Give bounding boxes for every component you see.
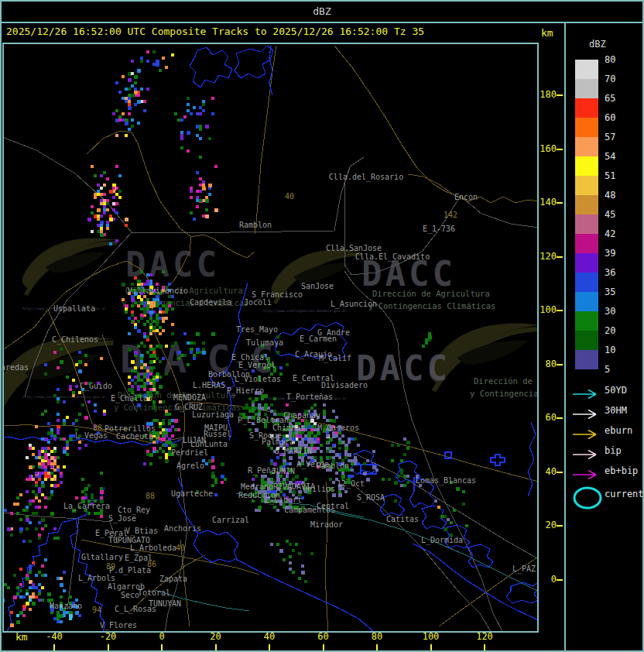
map-place-label: Uspallata [53, 304, 95, 313]
colorbar-value: 51 [605, 170, 615, 181]
x-axis-tick-label: -20 [100, 631, 117, 642]
map-place-label: V_Btias [125, 527, 158, 535]
map-place-label: aredas [2, 363, 29, 372]
map-place-label: Gltallary [81, 553, 123, 561]
legend-item-current [570, 485, 605, 514]
y-axis-tick [557, 94, 563, 96]
map-place-label: S_ROSA [357, 493, 385, 502]
y-axis-tick-label: 140 [536, 197, 557, 208]
map-place-label: Encon [454, 193, 478, 201]
y-axis-tick [557, 417, 563, 419]
x-axis-tick [376, 644, 378, 651]
map-place-label: C_L_Rosas [115, 605, 156, 613]
map-place-label: L_Violetas [235, 375, 281, 383]
map-place-label: Medrano [241, 482, 273, 491]
timestamp-status-line: 2025/12/26 16:52:00 UTC Composite Tracks… [6, 26, 424, 37]
map-place-label: Manzano [50, 602, 82, 610]
map-place-label: L.HERAS [193, 381, 225, 389]
map-place-label: Anchoris [164, 524, 201, 533]
colorbar-value: 70 [605, 74, 615, 84]
map-place-label: Villavicencio [128, 287, 188, 295]
track-arrow-icon [570, 465, 605, 484]
y-axis-tick-label: 0 [536, 574, 557, 585]
legend-item-ebbip [570, 462, 605, 487]
map-place-label: S_MARTIN [275, 447, 312, 455]
x-axis-tick [323, 644, 324, 651]
colorbar-value: 57 [605, 132, 615, 142]
map-place-label: C_Chilenos [52, 335, 98, 344]
map-place-label: Divisadero [321, 381, 368, 389]
colorbar-block [575, 79, 598, 98]
colorbar-value: 42 [605, 228, 615, 239]
colorbar-block [575, 311, 598, 331]
map-place-label: Catitas [386, 515, 419, 523]
map-place-label: M_Caseros [317, 424, 359, 432]
map-place-label: Tulumaya [246, 338, 283, 347]
map-place-label: Luzuriaga [192, 410, 234, 419]
map-place-label: L_Arboleda [130, 544, 176, 552]
colorbar-block [575, 234, 598, 253]
y-axis-tick [557, 149, 563, 150]
radar-map-canvas[interactable]: DACC DACC DACC DACC Dirección de Agricul… [2, 43, 539, 633]
colorbar-value: 10 [605, 345, 615, 355]
x-axis-tick-label: 0 [159, 631, 164, 642]
map-place-label: Palmira [262, 438, 294, 446]
map-place-label: 89 [106, 562, 115, 571]
colorbar-block [575, 273, 598, 292]
y-axis-tick-label: 80 [536, 359, 557, 369]
x-axis-tick [430, 644, 432, 651]
map-place-label: Seco [121, 591, 139, 599]
x-axis-tick-label: 40 [264, 631, 275, 642]
colorbar-value: 54 [605, 151, 615, 162]
map-place-label: Zapata [159, 575, 187, 583]
map-place-label: C_Guido [80, 382, 112, 390]
y-axis-tick-label: 20 [536, 520, 557, 530]
colorbar-value: 60 [605, 112, 615, 123]
map-place-label: L_Dormida [421, 536, 463, 544]
y-axis-tick [557, 364, 563, 365]
colorbar-value: 48 [605, 190, 615, 201]
colorbar-block [575, 137, 598, 156]
y-axis-tick-label: 100 [536, 304, 557, 315]
colorbar-block [575, 253, 598, 273]
map-place-label: Chapanay [283, 411, 320, 420]
y-axis-tick [557, 310, 563, 311]
y-axis-tick-label: 60 [536, 412, 557, 423]
map-place-label: Mirador [310, 520, 343, 529]
map-place-label: L_Vegas [75, 431, 108, 440]
x-axis-tick-label: 20 [210, 631, 221, 642]
colorbar-value: 30 [605, 306, 615, 317]
y-axis-tick-label: 180 [536, 89, 557, 100]
y-axis-tick [557, 525, 563, 527]
y-axis-tick [557, 256, 563, 258]
place-labels-layer: Clla.del_RosarioEncon142E_1-736Ramblon40… [4, 44, 539, 633]
colorbar-block [575, 350, 598, 369]
map-place-label: Clla.SanJose [326, 244, 382, 252]
map-place-label: Cto_Rey [118, 506, 150, 514]
current-cell-icon [570, 485, 605, 511]
map-place-label: S_Jose [108, 514, 136, 523]
colorbar-block [575, 118, 598, 137]
y-axis-tick [557, 472, 563, 473]
map-place-label: SanJose [301, 282, 334, 290]
colorbar-block [575, 156, 598, 176]
map-place-label: 88 [146, 492, 155, 500]
map-place-label: JUNIN [272, 467, 295, 475]
y-axis-tick-label: 120 [536, 251, 557, 262]
colorbar-block [575, 292, 598, 311]
legend-item-label: eb+bip [605, 465, 638, 476]
map-place-label: 12_Oct [337, 479, 365, 488]
colorbar-value: 20 [605, 325, 615, 336]
map-place-label: Ramblon [317, 462, 349, 470]
y-axis-tick-label: 160 [536, 143, 557, 154]
x-axis-tick [484, 644, 485, 651]
map-place-label: E_1-736 [423, 225, 455, 233]
map-place-label: MENDOZA [173, 393, 206, 402]
map-place-label: L_Asuncion [331, 300, 377, 308]
x-axis-unit-label: km [15, 631, 28, 643]
map-place-label: Jocoli [244, 298, 272, 307]
colorbar-block [575, 98, 598, 118]
map-place-label: Lomas_Blancas [416, 476, 476, 485]
colorbar-value: 36 [605, 267, 615, 278]
map-place-label: E_Challao [111, 394, 152, 403]
